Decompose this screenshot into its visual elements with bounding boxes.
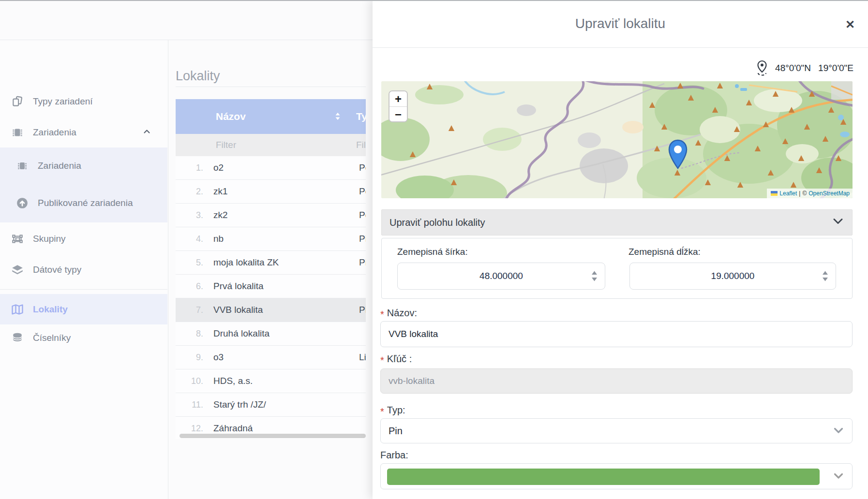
sidebar-item-zariadenia[interactable]: Zariadenia [0, 155, 167, 177]
latitude-label: Zemepisná šírka: [397, 247, 468, 257]
table-row[interactable]: 8. Druhá lokalita [176, 322, 366, 346]
layers-icon [8, 264, 26, 276]
osm-link[interactable]: OpenStreetMap [808, 190, 850, 197]
sidebar-item-label: Zariadenia [38, 161, 81, 171]
table-row[interactable]: 11. Starý trh /JZ/ [176, 393, 366, 417]
longitude-stepper[interactable] [822, 271, 829, 281]
leaflet-map[interactable]: + − Leaflet | © OpenStreetMap [381, 81, 853, 198]
sidebar-item-label: Typy zariadení [33, 96, 93, 107]
row-name: o2 [203, 162, 351, 173]
latitude-input[interactable] [398, 263, 605, 289]
table-row[interactable]: 6. Prvá lokalita [176, 275, 366, 298]
required-asterisk: * [380, 406, 384, 417]
sidebar-item-skupiny[interactable]: Skupiny [0, 228, 167, 250]
row-number: 1. [176, 163, 203, 173]
close-icon[interactable]: ✕ [842, 16, 858, 33]
table-row[interactable]: 3. zk2 Poly [176, 204, 366, 227]
row-name: Prvá lokalita [203, 281, 351, 292]
sort-icon[interactable] [335, 111, 341, 122]
sidebar-item-publikovane-zariadenia[interactable]: Publikované zariadenia [0, 192, 167, 214]
window-top-edge [0, 0, 868, 1]
row-name: Záhradná [203, 423, 351, 434]
sidebar: Typy zariadení Zariadenia Zariadenia Pub… [0, 40, 168, 499]
name-field[interactable] [380, 321, 853, 347]
color-select[interactable] [380, 463, 853, 489]
row-number: 12. [176, 424, 203, 434]
page-title: Lokality [176, 69, 366, 84]
table-row[interactable]: 10. HDS, a.s. [176, 369, 366, 393]
sidebar-item-label: Zariadenia [33, 127, 76, 138]
device-types-icon [8, 95, 26, 108]
sidebar-divider [0, 289, 167, 290]
key-label: * Kľúč : [380, 352, 412, 366]
latitude-input-wrap [397, 263, 605, 290]
row-type: Line [351, 352, 366, 363]
table-row[interactable]: 2. zk1 Poly [176, 180, 366, 204]
table-row[interactable]: 7. VVB lokalita Pin [176, 298, 366, 322]
color-label: Farba: [380, 448, 408, 462]
coordinates-display: 48°0'0"N 19°0'0"E [756, 60, 853, 76]
row-number: 4. [176, 234, 203, 244]
table-header-row: Názov Typ [176, 99, 366, 134]
row-name: moja lokalita ZK [203, 257, 351, 268]
map-pin-icon[interactable] [668, 139, 688, 172]
filter-input-typ[interactable]: Filter [351, 140, 366, 150]
key-field [380, 368, 853, 394]
main-content: Lokality Názov Typ Filter Filter 1. [176, 69, 366, 84]
longitude-input[interactable] [630, 263, 836, 289]
table-row[interactable]: 9. o3 Line [176, 346, 366, 369]
filter-input-nazov[interactable]: Filter [203, 140, 351, 150]
row-type: Poly [351, 186, 366, 197]
map-zoom-control: + − [389, 90, 408, 122]
drawer-title: Upraviť lokalitu [575, 16, 665, 31]
longitude-input-wrap [629, 263, 836, 290]
app-window: Typy zariadení Zariadenia Zariadenia Pub… [0, 0, 868, 499]
table-row[interactable]: 1. o2 Poly [176, 156, 366, 180]
sidebar-item-label: Lokality [33, 304, 68, 315]
row-name: zk1 [203, 186, 351, 197]
row-type: Pin [351, 234, 366, 244]
chip-icon [8, 126, 26, 139]
database-icon [8, 332, 26, 344]
location-pin-icon [756, 60, 768, 76]
row-type: Poly [351, 162, 366, 173]
sidebar-item-datove-typy[interactable]: Dátové typy [0, 259, 167, 281]
name-label: * Názov: [380, 306, 417, 320]
type-select-value: Pin [389, 426, 403, 437]
column-header-label: Názov [216, 111, 246, 122]
longitude-label: Zemepisná dĺžka: [629, 247, 701, 257]
latitude-stepper[interactable] [591, 271, 598, 281]
sidebar-item-zariadenia-group[interactable]: Zariadenia [0, 121, 167, 144]
chevron-up-icon[interactable] [143, 128, 151, 137]
chevron-down-icon [834, 428, 843, 434]
column-header-typ[interactable]: Typ [351, 111, 366, 122]
sidebar-item-typy-zariadeni[interactable]: Typy zariadení [0, 90, 167, 113]
coordinates-fieldset: Zemepisná šírka: Zemepisná dĺžka: [381, 238, 853, 299]
row-name: o3 [203, 352, 351, 363]
collapse-bar-label: Upraviť polohu lokality [389, 217, 485, 228]
row-number: 9. [176, 352, 203, 363]
table-row[interactable]: 5. moja lokalita ZK Pin [176, 251, 366, 275]
zoom-in-button[interactable]: + [389, 91, 407, 106]
row-number: 10. [176, 376, 203, 386]
row-number: 11. [176, 400, 203, 410]
leaflet-link[interactable]: Leaflet [779, 190, 797, 197]
row-number: 5. [176, 258, 203, 268]
row-type: Pin [351, 305, 366, 315]
row-number: 7. [176, 305, 203, 315]
type-select[interactable]: Pin [380, 418, 853, 443]
row-number: 2. [176, 187, 203, 197]
column-header-nazov[interactable]: Názov [203, 111, 351, 122]
title-divider [176, 87, 366, 87]
edit-position-collapse-bar[interactable]: Upraviť polohu lokality [381, 209, 853, 235]
zoom-out-button[interactable]: − [389, 107, 407, 122]
horizontal-scrollbar[interactable] [180, 434, 366, 438]
sidebar-item-ciselniky[interactable]: Číselníky [0, 327, 167, 349]
table-row[interactable]: 4. nb Pin [176, 227, 366, 251]
sidebar-item-lokality[interactable]: Lokality [0, 298, 167, 321]
sidebar-item-label: Skupiny [33, 234, 66, 244]
row-number: 8. [176, 329, 203, 339]
edit-locality-drawer: Upraviť lokalitu ✕ 48°0'0"N 19°0'0"E [373, 0, 868, 499]
type-label: * Typ: [380, 403, 405, 417]
row-number: 3. [176, 210, 203, 220]
